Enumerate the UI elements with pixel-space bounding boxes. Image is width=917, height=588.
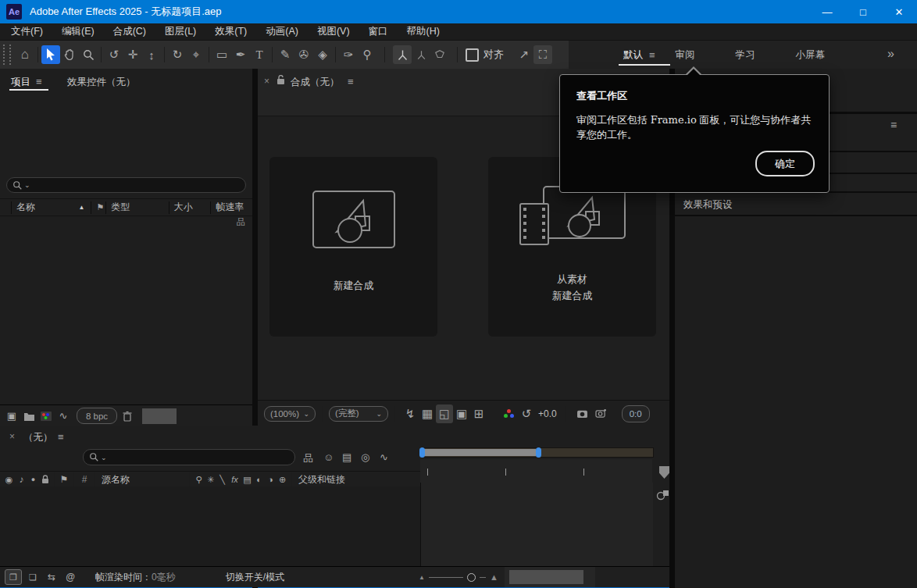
timeline-track-area[interactable] [420,483,653,566]
region-of-interest-icon[interactable]: ◱ [436,404,453,423]
puppet-pin-tool-icon[interactable]: ⚲ [358,45,376,64]
project-search-input[interactable]: ⌄ [6,177,246,193]
rotation-tool-icon[interactable]: ↻ [168,45,187,64]
toggle-switches-modes-button[interactable]: 切换开关/模式 [226,571,284,584]
menu-effect[interactable]: 效果(T) [215,25,247,38]
zoom-in-mountain-icon[interactable]: ▲ [490,572,498,582]
magnification-dropdown[interactable]: (100%)⌄ [264,406,316,422]
column-framerate[interactable]: 帧速率 [210,201,252,214]
time-navigator-visible-region[interactable] [424,449,536,456]
switch-3d-icon[interactable]: ⊕ [277,475,288,485]
comp-panel-menu-icon[interactable]: ≡ [348,76,354,87]
column-name[interactable]: 名称 [11,201,79,214]
local-axis-mode-icon[interactable] [393,45,412,64]
timeline-search-input[interactable]: ⌄ [83,449,295,465]
audio-icon[interactable]: ♪ [16,474,27,485]
tag-icon[interactable]: ⚑ [58,474,70,485]
menu-layer[interactable]: 图层(L) [165,25,196,38]
world-axis-mode-icon[interactable] [412,45,430,64]
project-flowchart-icon[interactable]: 品 [237,216,245,228]
take-snapshot-icon[interactable] [573,404,592,423]
eye-icon[interactable]: ◉ [2,475,16,485]
shy-layers-icon[interactable]: ☺ [323,451,334,463]
search-scope-chevron-icon[interactable]: ⌄ [101,454,107,461]
tab-effects-and-presets[interactable]: 效果和预设 [683,198,733,212]
project-panel-menu-icon[interactable]: ≡ [36,76,42,87]
time-navigator-end-handle[interactable] [536,447,541,458]
mini-flowchart-icon[interactable]: 品 [303,451,313,465]
workspace-tab-small-screen[interactable]: 小屏幕 [790,41,832,69]
column-number[interactable]: # [77,474,91,485]
in-out-pane-icon[interactable]: ⇆ [44,570,59,584]
crop-region-icon[interactable]: ⊞ [470,404,487,423]
tab-composition[interactable]: 合成（无） [291,76,340,89]
timeline-layer-list-body[interactable] [0,486,420,566]
eraser-tool-icon[interactable]: ◈ [313,45,332,64]
bit-depth-button[interactable]: 8 bpc [77,408,117,424]
time-ruler[interactable] [420,459,652,483]
frame-blending-icon[interactable]: ▤ [342,451,351,463]
tab-project[interactable]: 项目 [11,76,30,89]
zoom-tool-icon[interactable] [79,45,98,64]
expand-icon[interactable]: ⛶ [533,45,552,64]
sort-ascending-icon[interactable]: ▲ [79,204,85,211]
switch-adjustment-icon[interactable]: ◑ [265,475,277,484]
column-type[interactable]: 类型 [105,201,169,214]
new-folder-icon[interactable] [20,412,37,421]
column-source-name[interactable]: 源名称 [98,473,186,486]
timeline-hscroll-track[interactable] [505,567,595,587]
lock-icon[interactable] [39,475,51,484]
mask-visibility-icon[interactable]: ▣ [453,404,470,423]
menu-view[interactable]: 视图(V) [317,25,350,38]
info-panel-menu-icon[interactable]: ≡ [890,119,897,131]
workspace-overflow-icon[interactable]: » [887,47,894,61]
trash-icon[interactable] [117,411,137,422]
switch-frame-blend-icon[interactable]: ▤ [241,475,253,485]
timeline-panel-menu-icon[interactable]: ≡ [58,431,64,443]
reset-exposure-icon[interactable]: ↺ [518,404,535,423]
timeline-tab[interactable]: （无） [23,431,53,444]
snap-label[interactable]: 对齐 [483,48,504,62]
pen-tool-icon[interactable]: ✒ [231,45,250,64]
switch-effects-icon[interactable]: fx [228,475,241,484]
solo-icon[interactable]: ● [27,476,39,483]
motion-blur-icon[interactable]: ◎ [361,451,369,463]
orbit-camera-tool-icon[interactable]: ↺ [105,45,123,64]
camera-tool-icon[interactable]: ⌖ [187,45,205,64]
maximize-button[interactable]: □ [845,0,881,23]
hand-tool-icon[interactable] [60,45,79,64]
menu-help[interactable]: 帮助(H) [407,25,440,38]
timeline-hscroll-thumb[interactable] [509,570,583,584]
unlock-icon[interactable] [277,75,285,85]
text-tool-icon[interactable]: T [250,45,269,64]
render-time-snail-icon[interactable]: @ [62,570,78,584]
menu-edit[interactable]: 编辑(E) [62,25,95,38]
home-icon[interactable]: ⌂ [16,45,34,64]
show-snapshot-icon[interactable] [592,404,611,423]
tab-effect-controls[interactable]: 效果控件（无） [67,76,136,89]
resolution-dropdown[interactable]: (完整)⌄ [329,406,388,422]
layer-switches-pane-icon[interactable]: ❐ [5,569,22,585]
roto-brush-tool-icon[interactable]: ✑ [339,45,358,64]
new-composition-icon[interactable] [37,412,55,421]
dolly-camera-tool-icon[interactable]: ↕ [142,45,161,64]
column-parent-link[interactable]: 父级和链接 [295,473,345,486]
close-button[interactable]: ✕ [881,0,917,23]
comp-button-icon[interactable] [656,488,670,501]
snap-checkbox[interactable] [466,48,479,62]
menu-composition[interactable]: 合成(C) [113,25,146,38]
workspace-tab-review[interactable]: 审阅 [669,41,701,69]
audio-waveform-icon[interactable]: ∿ [55,410,72,422]
interpret-footage-icon[interactable]: ▣ [3,410,20,422]
comp-tab-close-icon[interactable]: × [264,76,269,87]
exposure-value[interactable]: +0.0 [538,408,557,419]
new-composition-card[interactable]: 新建合成 [269,157,437,337]
ok-button[interactable]: 确定 [755,151,815,176]
workspace-tab-learn[interactable]: 学习 [730,41,762,69]
menu-animation[interactable]: 动画(A) [266,25,298,38]
menu-file[interactable]: 文件(F) [11,25,43,38]
pan-camera-tool-icon[interactable]: ✛ [123,45,142,64]
transparency-grid-icon[interactable]: ▦ [419,404,436,423]
comp-marker-bin-icon[interactable] [659,466,669,479]
graph-editor-icon[interactable]: ∿ [380,451,388,463]
